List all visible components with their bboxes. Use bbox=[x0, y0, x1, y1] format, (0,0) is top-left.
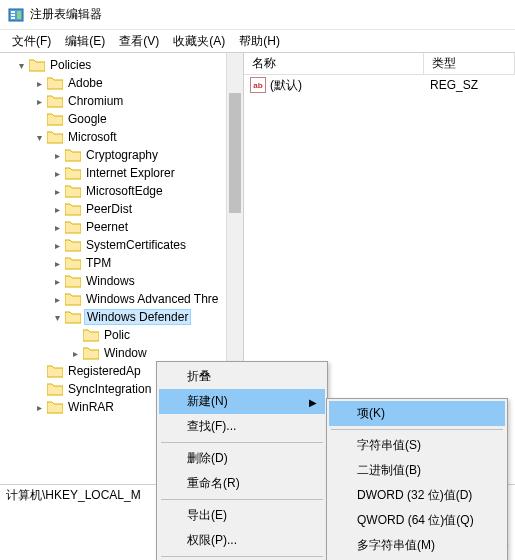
chevron-right-icon[interactable]: ▸ bbox=[52, 240, 63, 251]
tree-label: Polic bbox=[102, 328, 132, 342]
chevron-right-icon[interactable]: ▸ bbox=[52, 168, 63, 179]
tree-node-window-sub[interactable]: ▸Window bbox=[0, 344, 243, 362]
folder-icon bbox=[47, 400, 63, 414]
menubar: 文件(F) 编辑(E) 查看(V) 收藏夹(A) 帮助(H) bbox=[0, 30, 515, 52]
chevron-down-icon[interactable]: ▾ bbox=[34, 132, 45, 143]
menu-edit[interactable]: 编辑(E) bbox=[59, 31, 111, 52]
folder-icon bbox=[65, 220, 81, 234]
value-name: (默认) bbox=[270, 77, 302, 94]
menu-view[interactable]: 查看(V) bbox=[113, 31, 165, 52]
folder-icon bbox=[83, 346, 99, 360]
tree-node-google[interactable]: Google bbox=[0, 110, 243, 128]
tree-label-selected: Windows Defender bbox=[84, 309, 191, 325]
tree-label: Peernet bbox=[84, 220, 130, 234]
chevron-right-icon[interactable]: ▸ bbox=[34, 402, 45, 413]
regedit-app-icon bbox=[8, 7, 24, 23]
chevron-spacer bbox=[34, 384, 45, 395]
menu-file[interactable]: 文件(F) bbox=[6, 31, 57, 52]
chevron-spacer bbox=[34, 366, 45, 377]
tree-node-wat[interactable]: ▸Windows Advanced Thre bbox=[0, 290, 243, 308]
tree-label: Window bbox=[102, 346, 149, 360]
folder-icon bbox=[47, 112, 63, 126]
tree-label: Windows Advanced Thre bbox=[84, 292, 221, 306]
ctx-collapse[interactable]: 折叠 bbox=[159, 364, 325, 389]
window-title: 注册表编辑器 bbox=[30, 6, 102, 23]
tree-label: Windows bbox=[84, 274, 137, 288]
tree-label: Chromium bbox=[66, 94, 125, 108]
folder-icon bbox=[65, 148, 81, 162]
list-header: 名称 类型 bbox=[244, 53, 515, 75]
tree-node-peerdist[interactable]: ▸PeerDist bbox=[0, 200, 243, 218]
svg-rect-4 bbox=[17, 11, 21, 19]
string-value-icon: ab bbox=[250, 77, 266, 93]
tree-node-cryptography[interactable]: ▸Cryptography bbox=[0, 146, 243, 164]
ctx-find[interactable]: 查找(F)... bbox=[159, 414, 325, 439]
sub-new-key[interactable]: 项(K) bbox=[329, 401, 505, 426]
sub-new-qword[interactable]: QWORD (64 位)值(Q) bbox=[329, 508, 505, 533]
tree-node-edge[interactable]: ▸MicrosoftEdge bbox=[0, 182, 243, 200]
ctx-export[interactable]: 导出(E) bbox=[159, 503, 325, 528]
chevron-right-icon[interactable]: ▸ bbox=[52, 222, 63, 233]
tree-label: SystemCertificates bbox=[84, 238, 188, 252]
tree-label: TPM bbox=[84, 256, 113, 270]
folder-icon bbox=[65, 256, 81, 270]
tree-label: Microsoft bbox=[66, 130, 119, 144]
folder-icon bbox=[47, 364, 63, 378]
tree-node-policies[interactable]: ▾Policies bbox=[0, 56, 243, 74]
folder-icon bbox=[47, 94, 63, 108]
col-name[interactable]: 名称 bbox=[244, 53, 424, 74]
folder-icon bbox=[65, 274, 81, 288]
sub-new-string[interactable]: 字符串值(S) bbox=[329, 433, 505, 458]
ctx-delete[interactable]: 删除(D) bbox=[159, 446, 325, 471]
ctx-rename[interactable]: 重命名(R) bbox=[159, 471, 325, 496]
svg-rect-1 bbox=[11, 11, 15, 13]
svg-rect-2 bbox=[11, 14, 15, 16]
chevron-right-icon[interactable]: ▸ bbox=[52, 294, 63, 305]
menu-favorites[interactable]: 收藏夹(A) bbox=[167, 31, 231, 52]
menu-separator bbox=[161, 556, 323, 557]
tree-node-polic[interactable]: Polic bbox=[0, 326, 243, 344]
folder-icon bbox=[65, 202, 81, 216]
context-menu: 折叠 新建(N)▶ 查找(F)... 删除(D) 重命名(R) 导出(E) 权限… bbox=[156, 361, 328, 560]
tree-node-chromium[interactable]: ▸Chromium bbox=[0, 92, 243, 110]
tree-node-adobe[interactable]: ▸Adobe bbox=[0, 74, 243, 92]
chevron-right-icon[interactable]: ▸ bbox=[34, 96, 45, 107]
context-submenu-new: 项(K) 字符串值(S) 二进制值(B) DWORD (32 位)值(D) QW… bbox=[326, 398, 508, 560]
tree-node-microsoft[interactable]: ▾Microsoft bbox=[0, 128, 243, 146]
folder-icon bbox=[65, 184, 81, 198]
sub-new-multi[interactable]: 多字符串值(M) bbox=[329, 533, 505, 558]
chevron-right-icon[interactable]: ▸ bbox=[52, 204, 63, 215]
titlebar: 注册表编辑器 bbox=[0, 0, 515, 30]
col-type[interactable]: 类型 bbox=[424, 53, 515, 74]
chevron-spacer bbox=[34, 114, 45, 125]
chevron-spacer bbox=[70, 330, 81, 341]
folder-icon bbox=[65, 166, 81, 180]
chevron-down-icon[interactable]: ▾ bbox=[16, 60, 27, 71]
status-path: 计算机\HKEY_LOCAL_M bbox=[6, 487, 141, 504]
ctx-new[interactable]: 新建(N)▶ bbox=[159, 389, 325, 414]
tree-node-defender[interactable]: ▾Windows Defender bbox=[0, 308, 243, 326]
chevron-right-icon[interactable]: ▸ bbox=[52, 258, 63, 269]
chevron-right-icon[interactable]: ▸ bbox=[70, 348, 81, 359]
tree-node-ie[interactable]: ▸Internet Explorer bbox=[0, 164, 243, 182]
tree-node-windows[interactable]: ▸Windows bbox=[0, 272, 243, 290]
ctx-permissions[interactable]: 权限(P)... bbox=[159, 528, 325, 553]
scrollbar-thumb[interactable] bbox=[229, 93, 241, 213]
sub-new-dword[interactable]: DWORD (32 位)值(D) bbox=[329, 483, 505, 508]
folder-icon bbox=[65, 310, 81, 324]
tree-node-tpm[interactable]: ▸TPM bbox=[0, 254, 243, 272]
chevron-right-icon[interactable]: ▸ bbox=[52, 276, 63, 287]
tree-label: Adobe bbox=[66, 76, 105, 90]
tree-label: Policies bbox=[48, 58, 93, 72]
chevron-right-icon[interactable]: ▸ bbox=[52, 150, 63, 161]
chevron-right-icon[interactable]: ▸ bbox=[52, 186, 63, 197]
tree-node-peernet[interactable]: ▸Peernet bbox=[0, 218, 243, 236]
chevron-down-icon[interactable]: ▾ bbox=[52, 312, 63, 323]
tree-label: Google bbox=[66, 112, 109, 126]
chevron-right-icon[interactable]: ▸ bbox=[34, 78, 45, 89]
tree-node-systemcertificates[interactable]: ▸SystemCertificates bbox=[0, 236, 243, 254]
menu-help[interactable]: 帮助(H) bbox=[233, 31, 286, 52]
list-row-default[interactable]: ab (默认) REG_SZ bbox=[244, 75, 515, 95]
sub-new-binary[interactable]: 二进制值(B) bbox=[329, 458, 505, 483]
menu-separator bbox=[161, 442, 323, 443]
